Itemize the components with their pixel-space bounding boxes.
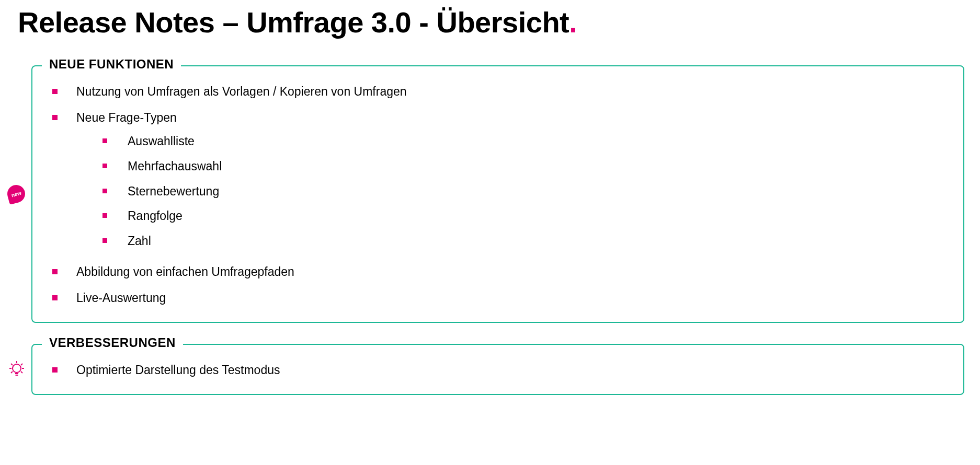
list-item-text: Rangfolge (128, 209, 183, 223)
list-item: Rangfolge (102, 204, 949, 229)
new-features-list: Nutzung von Umfragen als Vorlagen / Kopi… (47, 79, 949, 311)
list-item-text: Sternebewertung (128, 184, 219, 198)
svg-line-9 (21, 371, 22, 373)
list-item-text: Abbildung von einfachen Umfragepfaden (76, 265, 294, 278)
list-item-text: Auswahlliste (128, 134, 195, 148)
list-item: Auswahlliste (102, 129, 949, 154)
list-item: Live-Auswertung (52, 285, 949, 311)
improvements-legend: VERBESSERUNGEN (42, 335, 183, 350)
list-item: Abbildung von einfachen Umfragepfaden (52, 259, 949, 285)
lightbulb-icon (7, 360, 26, 379)
list-item-text: Neue Frage-Typen (76, 111, 177, 124)
question-types-list: Auswahlliste Mehrfachauswahl Sternebewer… (76, 129, 949, 254)
new-features-section: new NEUE FUNKTIONEN Nutzung von Umfragen… (31, 65, 964, 323)
page-title-text: Release Notes – Umfrage 3.0 - Übersicht (18, 6, 569, 39)
svg-line-6 (11, 364, 13, 365)
improvements-section: VERBESSERUNGEN Optimierte Darstellung de… (31, 344, 964, 395)
new-features-legend: NEUE FUNKTIONEN (42, 57, 181, 72)
svg-line-7 (21, 364, 22, 365)
title-dot: . (569, 6, 577, 39)
new-badge-icon: new (7, 185, 26, 204)
list-item: Optimierte Darstellung des Testmodus (52, 357, 949, 383)
list-item: Nutzung von Umfragen als Vorlagen / Kopi… (52, 79, 949, 105)
svg-point-0 (13, 364, 21, 373)
list-item: Mehrfachauswahl (102, 154, 949, 179)
svg-line-8 (11, 371, 13, 373)
page-title: Release Notes – Umfrage 3.0 - Übersicht. (18, 5, 964, 39)
list-item: Zahl (102, 229, 949, 254)
improvements-list: Optimierte Darstellung des Testmodus (47, 357, 949, 383)
list-item-text: Nutzung von Umfragen als Vorlagen / Kopi… (76, 85, 407, 98)
list-item: Sternebewertung (102, 179, 949, 204)
list-item-text: Live-Auswertung (76, 291, 166, 305)
list-item-text: Optimierte Darstellung des Testmodus (76, 363, 280, 377)
list-item-text: Zahl (128, 234, 151, 248)
list-item: Neue Frage-Typen Auswahlliste Mehrfachau… (52, 105, 949, 259)
list-item-text: Mehrfachauswahl (128, 159, 222, 173)
new-badge-label: new (10, 190, 22, 198)
improvements-box: VERBESSERUNGEN Optimierte Darstellung de… (31, 344, 964, 395)
new-features-box: NEUE FUNKTIONEN Nutzung von Umfragen als… (31, 65, 964, 323)
